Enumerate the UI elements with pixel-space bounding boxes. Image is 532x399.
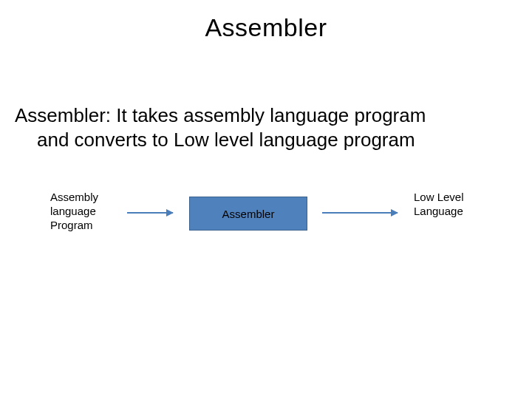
slide-body: Assembler: It takes assembly language pr… (15, 103, 517, 151)
flow-output-line1: Low Level (414, 191, 464, 203)
slide-title: Assembler (0, 13, 532, 42)
flow-process-box: Assembler (189, 197, 307, 231)
arrow-icon (322, 212, 398, 214)
body-line-2: and converts to Low level language progr… (15, 128, 517, 152)
flow-input-label: Assembly language Program (50, 191, 132, 232)
flow-process-label: Assembler (222, 208, 275, 220)
flow-input-line2: language (50, 205, 96, 217)
flow-output-label: Low Level Language (414, 191, 502, 219)
flow-input-line1: Assembly (50, 191, 98, 203)
flow-output-line2: Language (414, 205, 463, 217)
body-line-1: Assembler: It takes assembly language pr… (15, 104, 426, 126)
flow-input-line3: Program (50, 219, 93, 231)
arrow-icon (127, 212, 173, 214)
